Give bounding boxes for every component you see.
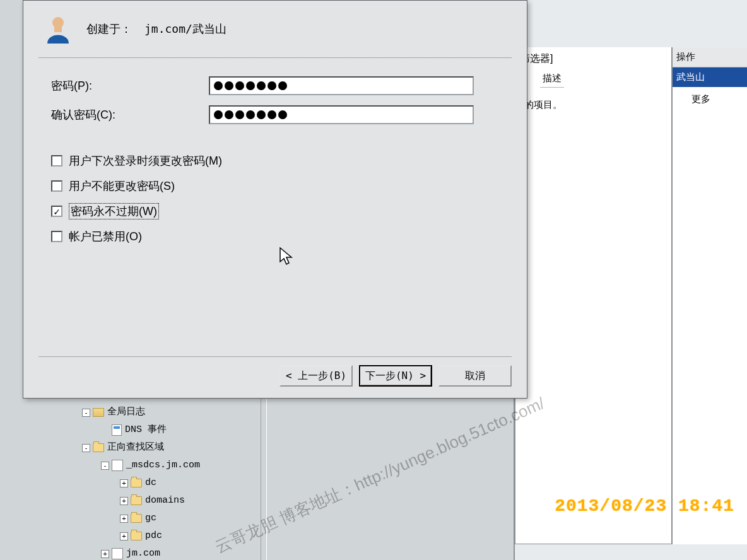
password-input[interactable] <box>209 76 474 95</box>
list-header: 筛选器] 描述 示的项目。 <box>515 47 678 73</box>
tree-item[interactable]: +domains <box>82 492 259 510</box>
checkbox-row-0[interactable]: 用户下次登录时须更改密码(M) <box>51 148 502 173</box>
tree-item-label: 正向查找区域 <box>107 439 164 457</box>
checkbox-label: 帐户已禁用(O) <box>69 229 142 244</box>
folder-icon <box>131 532 142 540</box>
created-in-path: jm.com/武当山 <box>144 21 226 37</box>
right-columns: 筛选器] 描述 示的项目。 操作 武当山 更多 <box>514 0 747 560</box>
tree-item-label: dc <box>145 474 156 492</box>
event-icon <box>112 424 122 436</box>
collapse-icon[interactable]: - <box>82 409 90 417</box>
tree-item-label: jm.com <box>126 545 160 560</box>
actions-pane: 操作 武当山 更多 <box>671 47 747 544</box>
column-header-description[interactable]: 描述 <box>540 70 564 88</box>
back-button[interactable]: < 上一步(B) <box>279 365 353 387</box>
next-button[interactable]: 下一步(N) > <box>359 365 432 387</box>
created-in-label: 创建于： <box>86 21 132 37</box>
folder-icon <box>131 479 142 487</box>
folder-icon <box>131 496 142 505</box>
tree-item[interactable]: +dc <box>82 474 259 492</box>
checkbox-row-3[interactable]: 帐户已禁用(O) <box>51 224 502 249</box>
checkbox-1[interactable] <box>51 180 62 192</box>
tree-item-label: pdc <box>145 527 162 545</box>
checkbox-label: 密码永不过期(W) <box>69 203 159 219</box>
tree-item[interactable]: -正向查找区域 <box>82 439 259 457</box>
svg-rect-1 <box>54 27 62 32</box>
new-user-wizard-dialog: 创建于： jm.com/武当山 密码(P): 确认密码(C): 用户下次登录时须… <box>23 0 527 399</box>
checkbox-2[interactable]: ✓ <box>51 206 62 217</box>
zone-icon <box>112 548 123 559</box>
camera-timestamp: 2013/08/23 18:41 <box>555 496 734 516</box>
actions-pane-more[interactable]: 更多 <box>673 87 747 105</box>
tree-item[interactable]: +gc <box>82 510 259 527</box>
folder-icon <box>131 514 142 523</box>
confirm-password-label: 确认密码(C): <box>51 107 209 122</box>
tree-item[interactable]: -_msdcs.jm.com <box>82 457 259 474</box>
checkbox-3[interactable] <box>51 231 62 242</box>
filter-label: 筛选器] <box>520 50 673 68</box>
zone-icon <box>112 460 123 471</box>
confirm-password-input[interactable] <box>209 105 474 124</box>
actions-pane-header: 操作 <box>673 47 747 67</box>
password-label: 密码(P): <box>51 78 209 93</box>
checkbox-label: 用户不能更改密码(S) <box>69 178 175 194</box>
checkbox-0[interactable] <box>51 155 62 166</box>
cancel-button[interactable]: 取消 <box>438 365 512 387</box>
checkbox-label: 用户下次登录时须更改密码(M) <box>69 153 222 168</box>
checkbox-row-1[interactable]: 用户不能更改密码(S) <box>51 173 502 199</box>
collapse-icon[interactable]: - <box>82 444 90 452</box>
expand-icon[interactable]: + <box>101 550 109 558</box>
tree-item-label: gc <box>145 510 156 527</box>
expand-icon[interactable]: + <box>120 515 128 523</box>
log-icon <box>93 408 104 417</box>
tree-item-label: 全局日志 <box>107 404 145 421</box>
tree-item-label: domains <box>145 492 185 510</box>
svg-point-0 <box>52 17 64 28</box>
tree-item[interactable]: DNS 事件 <box>82 421 259 439</box>
checkbox-row-2[interactable]: ✓密码永不过期(W) <box>51 199 502 224</box>
expand-icon[interactable]: + <box>120 497 128 505</box>
expand-icon[interactable]: + <box>120 532 128 540</box>
tree-item-label: _msdcs.jm.com <box>126 457 200 474</box>
folder-icon <box>93 443 104 452</box>
user-icon <box>42 13 74 45</box>
tree-item[interactable]: -全局日志 <box>82 404 259 421</box>
tree-item-label: DNS 事件 <box>125 421 167 439</box>
expand-icon[interactable]: + <box>120 479 128 487</box>
collapse-icon[interactable]: - <box>101 462 109 470</box>
actions-pane-selection[interactable]: 武当山 <box>673 67 747 87</box>
